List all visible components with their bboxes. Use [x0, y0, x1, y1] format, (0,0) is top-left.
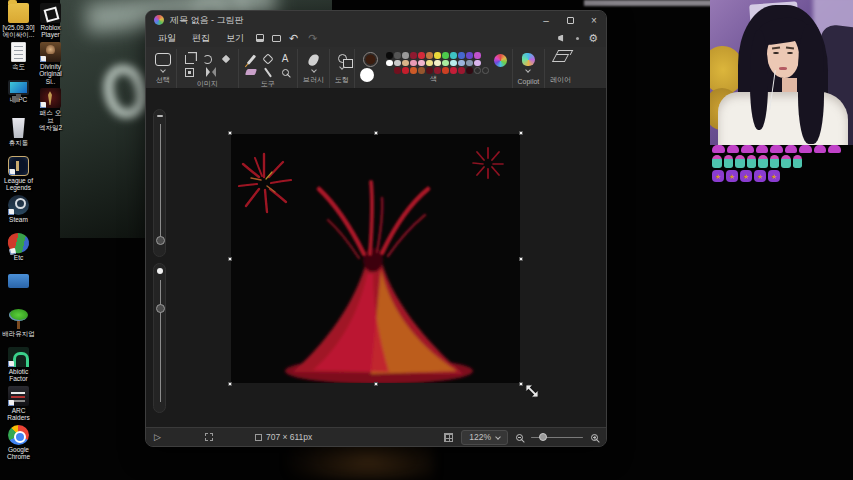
- desktop-icon[interactable]: ARC Raiders: [1, 386, 36, 422]
- zoom-level-dropdown[interactable]: 122%: [461, 430, 508, 445]
- desktop-icon[interactable]: 속도: [1, 42, 36, 77]
- color-swatch[interactable]: [386, 60, 393, 67]
- text-tool-icon[interactable]: A: [282, 54, 289, 64]
- desktop-icon[interactable]: 내 PC: [1, 80, 36, 115]
- desktop-icon[interactable]: [v25.09.30] 에이싸이...: [1, 3, 36, 39]
- secondary-color-swatch[interactable]: [360, 68, 374, 82]
- selection-handle[interactable]: [228, 382, 232, 386]
- desktop-icon[interactable]: Abiotic Factor: [1, 347, 36, 383]
- color-swatch[interactable]: [394, 52, 401, 59]
- desktop-icon[interactable]: [1, 271, 36, 306]
- color-swatch[interactable]: [450, 60, 457, 67]
- zoom-out-button[interactable]: [516, 434, 523, 441]
- color-swatch[interactable]: [386, 52, 393, 59]
- chevron-down-icon[interactable]: [160, 67, 166, 73]
- color-swatch[interactable]: [466, 52, 473, 59]
- copilot-icon[interactable]: [522, 53, 535, 66]
- color-swatch[interactable]: [394, 60, 401, 67]
- maximize-button[interactable]: [558, 11, 582, 29]
- custom-color-swatch[interactable]: [402, 67, 409, 74]
- custom-color-swatch[interactable]: [450, 67, 457, 74]
- zoom-slider[interactable]: [531, 433, 583, 441]
- slider-thumb[interactable]: [156, 236, 165, 245]
- undo-button[interactable]: ↶: [284, 32, 303, 45]
- color-swatch[interactable]: [426, 60, 433, 67]
- feedback-icon[interactable]: [558, 35, 567, 42]
- flip-icon[interactable]: [206, 67, 210, 77]
- color-wheel-picker-icon[interactable]: [494, 54, 507, 67]
- custom-color-swatch[interactable]: [394, 67, 401, 74]
- settings-gear-icon[interactable]: ⚙: [588, 33, 598, 44]
- shapes-icon[interactable]: [338, 54, 347, 63]
- chevron-down-icon[interactable]: [526, 67, 532, 73]
- print-button[interactable]: [268, 35, 284, 42]
- rotate-icon[interactable]: [203, 55, 212, 64]
- desktop-icon[interactable]: Steam: [1, 195, 36, 230]
- pencil-icon[interactable]: [247, 54, 256, 64]
- color-swatch[interactable]: [450, 52, 457, 59]
- opacity-slider[interactable]: [153, 263, 166, 413]
- color-swatch[interactable]: [442, 52, 449, 59]
- zoom-in-button[interactable]: [591, 434, 598, 441]
- desktop-icon[interactable]: 휴지통: [1, 118, 36, 153]
- color-swatch[interactable]: [434, 60, 441, 67]
- selection-handle[interactable]: [374, 131, 378, 135]
- empty-color-slot[interactable]: [474, 67, 481, 74]
- color-swatch[interactable]: [474, 52, 481, 59]
- selection-handle[interactable]: [519, 257, 523, 261]
- redo-button[interactable]: ↷: [303, 32, 322, 45]
- color-swatch[interactable]: [426, 52, 433, 59]
- color-swatch[interactable]: [474, 60, 481, 67]
- magnifier-icon[interactable]: [282, 69, 289, 76]
- custom-color-swatch[interactable]: [458, 67, 465, 74]
- selection-handle[interactable]: [519, 382, 523, 386]
- custom-color-swatch[interactable]: [418, 67, 425, 74]
- selection-handle[interactable]: [228, 131, 232, 135]
- select-tool-icon[interactable]: [155, 53, 171, 66]
- desktop-icon[interactable]: Etc: [1, 233, 36, 268]
- desktop-icon[interactable]: 배라유지엄: [1, 309, 36, 344]
- color-swatch[interactable]: [410, 60, 417, 67]
- color-swatch[interactable]: [402, 60, 409, 67]
- color-swatch[interactable]: [410, 52, 417, 59]
- color-swatch[interactable]: [466, 60, 473, 67]
- desktop-icon[interactable]: Google Chrome: [1, 425, 36, 461]
- selection-handle[interactable]: [374, 382, 378, 386]
- title-bar[interactable]: 제목 없음 - 그림판 – ×: [146, 11, 606, 29]
- color-swatch[interactable]: [418, 60, 425, 67]
- save-button[interactable]: [252, 34, 268, 42]
- color-swatch[interactable]: [434, 52, 441, 59]
- menu-file[interactable]: 파일: [150, 32, 184, 45]
- custom-color-swatch[interactable]: [410, 67, 417, 74]
- brush-size-slider[interactable]: [153, 109, 166, 257]
- drawing-canvas[interactable]: [231, 134, 520, 383]
- desktop-icon[interactable]: Roblox Player: [37, 3, 64, 39]
- menu-edit[interactable]: 편집: [184, 32, 218, 45]
- close-button[interactable]: ×: [582, 11, 606, 29]
- fill-bucket-icon[interactable]: [262, 53, 273, 64]
- color-swatch[interactable]: [458, 60, 465, 67]
- custom-color-swatch[interactable]: [442, 67, 449, 74]
- desktop-icon[interactable]: Divinity Original Si..: [37, 42, 64, 85]
- color-swatch[interactable]: [402, 52, 409, 59]
- custom-color-swatch[interactable]: [466, 67, 473, 74]
- desktop-icon[interactable]: 패스 오브 엑자일2: [37, 88, 64, 131]
- selection-handle[interactable]: [519, 131, 523, 135]
- eraser-icon[interactable]: [245, 69, 257, 75]
- color-swatch[interactable]: [418, 52, 425, 59]
- slider-thumb[interactable]: [156, 304, 165, 313]
- brush-icon[interactable]: [307, 53, 319, 67]
- primary-color-swatch[interactable]: [363, 52, 378, 67]
- color-swatch[interactable]: [458, 52, 465, 59]
- crop-icon[interactable]: [185, 55, 194, 64]
- menu-view[interactable]: 보기: [218, 32, 252, 45]
- minimize-button[interactable]: –: [534, 11, 558, 29]
- empty-color-slot[interactable]: [482, 67, 489, 74]
- layers-icon[interactable]: [552, 54, 569, 62]
- chevron-down-icon[interactable]: [311, 67, 317, 73]
- color-swatch[interactable]: [442, 60, 449, 67]
- zoom-slider-thumb[interactable]: [539, 433, 547, 441]
- gridlines-icon[interactable]: [444, 433, 453, 442]
- ai-background-icon[interactable]: [221, 55, 229, 63]
- desktop-icon[interactable]: League of Legends: [1, 156, 36, 192]
